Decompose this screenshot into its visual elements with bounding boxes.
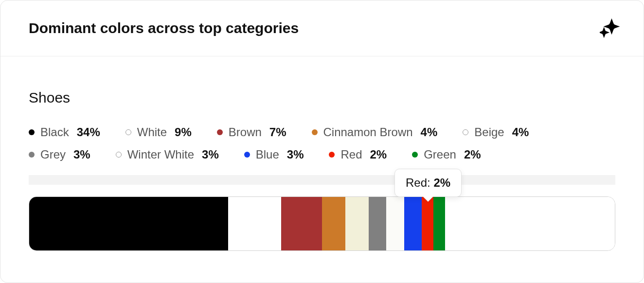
bar-segment[interactable] xyxy=(228,197,281,250)
legend-swatch xyxy=(125,129,131,135)
legend-item[interactable]: Black34% xyxy=(29,125,100,139)
legend-swatch xyxy=(463,129,468,135)
legend-label: Green xyxy=(424,148,456,161)
legend-swatch xyxy=(116,152,122,158)
legend-label: Beige xyxy=(474,125,504,139)
bar-segment-other xyxy=(445,197,615,250)
legend-item[interactable]: White9% xyxy=(125,125,192,139)
legend-item[interactable]: Brown7% xyxy=(217,125,286,139)
legend-percent: 4% xyxy=(512,125,529,139)
bar-segment[interactable] xyxy=(345,197,369,250)
legend-percent: 9% xyxy=(175,125,192,139)
chart-legend: Black34%White9%Brown7%Cinnamon Brown4%Be… xyxy=(29,125,615,161)
legend-item[interactable]: Winter White3% xyxy=(116,148,219,161)
legend-swatch xyxy=(412,152,418,158)
legend-label: Blue xyxy=(256,148,279,161)
legend-percent: 3% xyxy=(73,148,90,161)
bar-segment[interactable] xyxy=(369,197,386,250)
legend-item[interactable]: Grey3% xyxy=(29,148,90,161)
bar-segment[interactable] xyxy=(433,197,445,250)
tooltip-value: 2% xyxy=(433,176,450,189)
legend-label: Cinnamon Brown xyxy=(323,125,413,139)
chart-section: Shoes Black34%White9%Brown7%Cinnamon Bro… xyxy=(0,56,644,161)
stacked-bar[interactable] xyxy=(29,196,615,251)
bar-segment[interactable] xyxy=(422,197,433,250)
bar-segment[interactable] xyxy=(404,197,422,250)
hover-tooltip: Red: 2% xyxy=(394,169,462,197)
card-header: Dominant colors across top categories xyxy=(0,0,644,56)
legend-item[interactable]: Red2% xyxy=(329,148,387,161)
legend-item[interactable]: Green2% xyxy=(412,148,481,161)
legend-item[interactable]: Blue3% xyxy=(244,148,304,161)
legend-percent: 2% xyxy=(370,148,387,161)
card: Dominant colors across top categories Sh… xyxy=(0,0,644,283)
stacked-bar-wrap xyxy=(29,196,615,251)
legend-swatch xyxy=(29,129,35,135)
legend-percent: 34% xyxy=(77,125,100,139)
legend-swatch xyxy=(244,152,250,158)
legend-label: White xyxy=(137,125,167,139)
tooltip-label: Red: xyxy=(406,176,433,189)
legend-percent: 3% xyxy=(202,148,219,161)
divider xyxy=(29,175,615,185)
legend-swatch xyxy=(312,129,318,135)
legend-percent: 2% xyxy=(464,148,481,161)
sparkle-icon[interactable] xyxy=(600,18,620,38)
legend-label: Red xyxy=(340,148,362,161)
legend-label: Winter White xyxy=(127,148,194,161)
bar-segment[interactable] xyxy=(29,197,228,250)
legend-percent: 7% xyxy=(269,125,286,139)
card-title: Dominant colors across top categories xyxy=(29,20,299,36)
section-title: Shoes xyxy=(29,89,615,106)
legend-label: Brown xyxy=(229,125,262,139)
legend-swatch xyxy=(29,152,35,158)
legend-item[interactable]: Cinnamon Brown4% xyxy=(312,125,438,139)
legend-percent: 3% xyxy=(287,148,304,161)
legend-swatch xyxy=(217,129,223,135)
legend-label: Black xyxy=(40,125,69,139)
bar-segment[interactable] xyxy=(322,197,345,250)
legend-percent: 4% xyxy=(421,125,438,139)
legend-label: Grey xyxy=(40,148,66,161)
bar-segment[interactable] xyxy=(386,197,404,250)
legend-swatch xyxy=(329,152,335,158)
bar-segment[interactable] xyxy=(281,197,322,250)
legend-item[interactable]: Beige4% xyxy=(463,125,529,139)
